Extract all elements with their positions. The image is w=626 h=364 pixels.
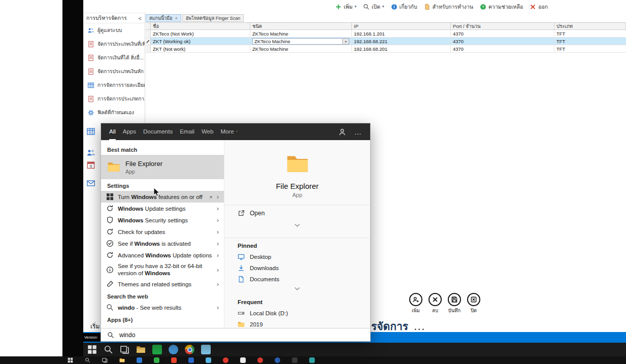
type-combobox[interactable]: ZKTeco Machine▾ (252, 38, 349, 45)
table-row[interactable]: ZKTeco (Not Work)ZKTeco Machine192.168.1… (146, 30, 626, 38)
apps-header: Apps (8+) (101, 313, 224, 325)
mail-icon[interactable] (86, 179, 95, 188)
settings-item-3[interactable]: Check for updates› (101, 226, 224, 238)
toolbar-open-button[interactable]: เปิด▾ (363, 3, 384, 11)
task-view-button[interactable] (102, 357, 108, 363)
people-icon[interactable] (86, 148, 95, 157)
settings-item-2[interactable]: Windows Security settings› (101, 214, 224, 226)
table-header-row: ชื่อชนิดIPPort / จำนวนประเภท (146, 23, 626, 30)
svg-text:5: 5 (90, 164, 92, 169)
footer-button-1[interactable]: ลบ (427, 293, 443, 314)
column-header[interactable]: ชนิด (250, 23, 352, 29)
calendar-icon[interactable]: 5 (86, 160, 95, 170)
info-blue-icon (391, 4, 398, 10)
footer-button-2[interactable]: บันทึก (447, 293, 462, 314)
app-white-button[interactable] (240, 357, 246, 363)
pinned-item-2[interactable]: Documents (224, 274, 370, 285)
frequent-item-0[interactable]: Local Disk (D:) (224, 308, 370, 319)
combo-dropdown-icon[interactable]: ▾ (342, 39, 349, 44)
sidebar-item-3[interactable]: จัดการประเภทเงินหัก ... (83, 64, 145, 78)
app-red-button[interactable] (223, 357, 228, 363)
settings-item-6[interactable]: See if you have a 32-bit or 64-bit versi… (101, 261, 224, 278)
start-button[interactable] (68, 357, 73, 363)
sidebar-item-1[interactable]: จัดการประเภทเงินที่เพิ... (83, 37, 145, 51)
search-tab-more[interactable]: More▾ (220, 123, 238, 140)
search-tab-documents[interactable]: Documents (143, 123, 173, 140)
settings-item-4[interactable]: See if Windows is activated› (101, 238, 224, 249)
dismiss-icon[interactable]: × (209, 194, 212, 200)
sidebar-item-5[interactable]: การจัดการประเภทกา... (83, 92, 145, 106)
pinned-item-1[interactable]: Downloads (224, 262, 370, 274)
toolbar-add-button[interactable]: เพิ่ม▾ (335, 3, 356, 11)
column-header[interactable]: ชื่อ (151, 23, 250, 29)
app-dark-button[interactable] (292, 357, 298, 363)
start-button[interactable] (87, 345, 97, 354)
app-blue-button[interactable] (137, 357, 142, 363)
footer-button-0[interactable]: เพิ่ม (408, 293, 423, 314)
settings-item-5[interactable]: Advanced Windows Update options› (101, 249, 224, 261)
column-header[interactable]: IP (352, 23, 451, 29)
task-view-button[interactable] (120, 345, 129, 354)
floppy-icon (451, 296, 458, 303)
column-header[interactable]: Port / จำนวน (451, 23, 554, 29)
pinned-item-0[interactable]: Desktop (224, 251, 370, 262)
search-button[interactable] (104, 345, 113, 354)
search-box[interactable]: windo (101, 328, 370, 341)
app-teal-button[interactable] (309, 357, 315, 363)
chevron-down-icon (293, 221, 301, 229)
column-header[interactable]: ประเภท (554, 23, 626, 29)
footer-button-label: ลบ (432, 307, 438, 314)
footer-buttons: เพิ่มลบบันทึกปิด (408, 293, 481, 314)
search-tab-web[interactable]: Web (202, 123, 213, 140)
file-explorer-button[interactable] (136, 345, 146, 354)
frequent-item-1[interactable]: 2019 (224, 319, 370, 328)
search-tab-email[interactable]: Email (180, 123, 194, 140)
expand-chevron[interactable] (224, 221, 370, 231)
search-tab-apps[interactable]: Apps (123, 123, 136, 140)
app-blue2-button[interactable] (188, 357, 194, 363)
collapse-icon[interactable]: < (139, 15, 142, 21)
tab-upload-finger-scan[interactable]: อัพโหลดข้อมูล Finger Scan (182, 14, 244, 22)
toolbar-help-button[interactable]: ?ความช่วยเหลือ (480, 3, 523, 11)
best-match-item[interactable]: File Explorer App (101, 155, 224, 179)
settings-item-1[interactable]: Windows Update settings› (101, 203, 224, 214)
table-icon[interactable] (86, 127, 95, 136)
sidebar-item-4[interactable]: การจัดการรายละเอียด... (83, 78, 145, 92)
toolbar-work-button[interactable]: สำหรับการทำงาน (424, 3, 473, 11)
sidebar-header[interactable]: การบริหารจัดการ < (83, 13, 145, 23)
app-blue3-button[interactable] (275, 357, 280, 363)
blue-app-button[interactable] (169, 345, 178, 354)
more-options-icon[interactable]: … (354, 128, 362, 136)
search-tab-all[interactable]: All (109, 123, 116, 140)
tab-finger-scan[interactable]: สแกนนิ้วมือ × (146, 14, 181, 22)
app-lightblue-button[interactable] (206, 357, 211, 363)
app-red2-button[interactable] (257, 357, 263, 363)
sidebar-item-2[interactable]: จัดการเงินที่ได้ สิ่งอื่... (83, 51, 145, 64)
sidebar-item-6[interactable]: ฟิลด์ที่กำหนดเอง (83, 106, 145, 119)
chrome-button[interactable] (185, 345, 194, 354)
toolbar-exit-button[interactable]: ออก (530, 3, 548, 11)
file-explorer-button[interactable] (119, 357, 125, 363)
lightblue-app-button[interactable] (201, 345, 211, 354)
app-green-button[interactable] (154, 357, 159, 363)
web-result-item[interactable]: windo - See web results› (101, 302, 224, 313)
footer-button-3[interactable]: ปิด (466, 293, 481, 314)
x-square-icon (470, 296, 477, 303)
table-row[interactable]: ZKT (Not work)ZKTeco Machine192.168.68.2… (146, 45, 626, 53)
sidebar-item-label: ผู้ดูแลระบบ (97, 26, 122, 34)
search-button[interactable] (85, 357, 90, 363)
app-orange-button[interactable] (171, 357, 177, 363)
toolbar-label: ความช่วยเหลือ (488, 3, 523, 11)
open-action[interactable]: Open (224, 205, 370, 221)
toolbar-about-button[interactable]: เกี่ยวกับ (391, 3, 417, 11)
exit-red-icon (530, 4, 536, 10)
line-app-button[interactable] (152, 345, 162, 354)
table-row[interactable]: ZKT (Working ok)ZKTeco Machine▾192.168.6… (146, 38, 626, 45)
expand-chevron[interactable] (224, 285, 370, 294)
settings-item-0[interactable]: Turn Windows features on or off×› (101, 191, 224, 203)
document-tabstrip: สแกนนิ้วมือ × อัพโหลดข้อมูล Finger Scan (146, 14, 244, 22)
sidebar-item-0[interactable]: ผู้ดูแลระบบ (83, 23, 145, 37)
settings-item-7[interactable]: Themes and related settings› (101, 278, 224, 290)
tab-close-icon[interactable]: × (175, 16, 177, 21)
tab-label: อัพโหลดข้อมูล Finger Scan (186, 15, 241, 22)
